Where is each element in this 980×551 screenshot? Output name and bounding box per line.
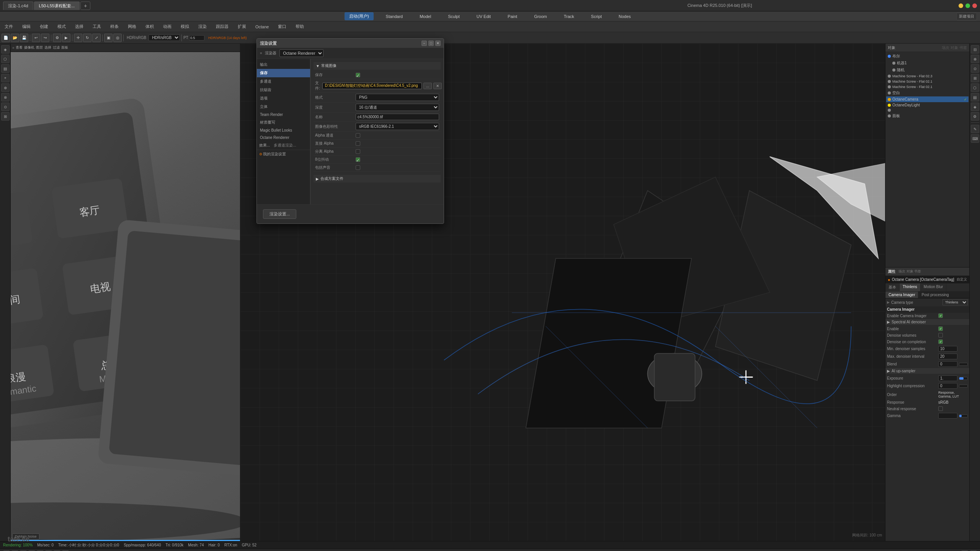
nav-sculpt[interactable]: Sculpt (443, 13, 464, 20)
menu-extend[interactable]: 扩展 (236, 23, 248, 30)
hamburger-icon[interactable]: ≡ (12, 46, 14, 50)
sound-checkbox[interactable] (356, 165, 360, 170)
menu-help[interactable]: 帮助 (294, 23, 305, 30)
sidebar-output[interactable]: 输出 (257, 60, 310, 69)
live-menu-view[interactable]: 查看 (16, 45, 23, 50)
menu-create[interactable]: 创建 (38, 23, 50, 30)
live-menu-camera[interactable]: 摄像机 (24, 45, 34, 50)
daylight-item[interactable]: OctaneDayLight (886, 102, 969, 108)
nav-paint[interactable]: Paint (503, 13, 522, 20)
nav-model[interactable]: Model (415, 13, 436, 20)
render-btn[interactable]: ⚙ (53, 34, 61, 42)
tab-camera-imager[interactable]: Camera Imager (885, 292, 918, 298)
menu-simulate[interactable]: 模拟 (179, 23, 191, 30)
enable-ci-checkbox[interactable]: ✓ (938, 313, 943, 318)
undo-btn[interactable]: ↩ (32, 34, 40, 42)
sidebar-stereo[interactable]: 立体 (257, 103, 310, 111)
panel-item[interactable]: 面板 (886, 112, 969, 119)
normal-image-title[interactable]: ▼ 常规图像 (314, 62, 441, 70)
interactive-render-btn[interactable]: ▶ (62, 34, 70, 42)
renderer-select[interactable]: Octane Renderer (279, 49, 323, 57)
obj-item[interactable]: Machine Screw - Flat 02.1 (886, 84, 969, 90)
sidebar-save[interactable]: 保存 (257, 69, 310, 77)
close-btn[interactable] (972, 3, 977, 8)
left-icon-8[interactable]: ⊞ (1, 112, 10, 121)
right-icon-10[interactable]: ⌨ (971, 134, 979, 143)
maximize-btn[interactable] (965, 3, 970, 8)
blend-input[interactable] (938, 361, 957, 367)
separate-alpha-checkbox[interactable] (356, 149, 360, 154)
right-icon-4[interactable]: ⊞ (971, 74, 979, 82)
octane-camera-item[interactable]: OctaneCamera ✓ (886, 96, 969, 102)
modal-close[interactable]: ✕ (435, 41, 441, 46)
obj-item[interactable]: 布尔 (886, 53, 969, 60)
minimize-btn[interactable] (959, 3, 963, 8)
exposure-slider[interactable] (959, 377, 968, 380)
live-menu-layer[interactable]: 图层 (36, 45, 43, 50)
menu-mode[interactable]: 模式 (56, 23, 67, 30)
menu-select[interactable]: 选择 (74, 23, 85, 30)
gamma-input[interactable] (938, 413, 957, 419)
scale-btn[interactable]: ⤢ (92, 34, 101, 42)
nav-track[interactable]: Track (559, 13, 579, 20)
menu-tracker[interactable]: 跟踪器 (214, 23, 230, 30)
redo-btn[interactable]: ↪ (41, 34, 49, 42)
file-path-input[interactable] (322, 83, 422, 89)
left-icon-7[interactable]: ⊙ (1, 103, 10, 111)
camera-type-select[interactable]: Thinlens (942, 299, 968, 305)
render-settings-btn[interactable]: 渲染设置... (263, 209, 296, 219)
menu-file[interactable]: 文件 (3, 23, 15, 30)
add-tab-btn[interactable]: + (80, 2, 90, 10)
rotate-btn[interactable]: ↻ (83, 34, 91, 42)
right-icon-9[interactable]: ✎ (971, 125, 979, 133)
menu-render[interactable]: 渲染 (197, 23, 208, 30)
modal-maximize[interactable]: □ (428, 41, 434, 46)
file-browse-btn[interactable]: ... (423, 83, 432, 89)
live-menu-panel[interactable]: 面板 (61, 45, 68, 50)
color-profile-select[interactable]: sRGB IEC61966-2.1 (356, 123, 439, 130)
obj-item[interactable]: Machine Screw - Flat 02.1 (886, 79, 969, 84)
modal-minimize[interactable]: − (421, 41, 427, 46)
sidebar-effects[interactable]: 效果... (259, 143, 270, 148)
composite-title[interactable]: ▶ 合成方案文件 (314, 175, 441, 183)
nav-standard[interactable]: Standard (381, 13, 408, 20)
enable-checkbox[interactable]: ✓ (938, 326, 943, 331)
nav-nodes[interactable]: Nodes (614, 13, 635, 20)
blend-slider[interactable] (959, 363, 968, 366)
nav-groom[interactable]: Groom (529, 13, 552, 20)
live-menu-select[interactable]: 选择 (44, 45, 51, 50)
left-icon-1[interactable]: ◈ (1, 45, 10, 54)
tab-main[interactable]: L50-L55课程配套... (34, 2, 80, 10)
menu-edit[interactable]: 编辑 (21, 23, 32, 30)
save-checkbox[interactable]: ✓ (356, 73, 360, 77)
live-select-btn[interactable]: ◎ (113, 34, 122, 42)
obj-item[interactable] (886, 108, 969, 112)
obj-item[interactable]: 空白 (886, 90, 969, 96)
nav-startup[interactable]: 启动(用户) (345, 12, 373, 20)
sidebar-octane-renderer[interactable]: Octane Renderer (257, 134, 310, 141)
right-icon-3[interactable]: ⊙ (971, 64, 979, 73)
format-select[interactable]: PNG (356, 94, 439, 101)
menu-tools[interactable]: 工具 (91, 23, 103, 30)
right-icon-7[interactable]: ◈ (971, 103, 979, 111)
move-btn[interactable]: ✛ (74, 34, 82, 42)
menu-spline[interactable]: 样条 (109, 23, 120, 30)
max-interval-input[interactable] (938, 354, 957, 359)
live-menu-filter[interactable]: 过滤 (53, 45, 60, 50)
save-btn[interactable]: 💾 (20, 34, 28, 42)
menu-octane[interactable]: Octane (254, 24, 270, 30)
gamma-slider[interactable] (959, 414, 968, 417)
sidebar-options[interactable]: 选项 (257, 94, 310, 103)
select-btn[interactable]: ▣ (104, 34, 113, 42)
denoise-volumes-checkbox[interactable] (938, 333, 943, 337)
right-icon-2[interactable]: ⊕ (971, 55, 979, 63)
highlight-compression-input[interactable] (938, 383, 957, 389)
right-icon-5[interactable]: ⬡ (971, 83, 979, 92)
min-samples-input[interactable] (938, 346, 957, 352)
left-icon-4[interactable]: ⌖ (1, 74, 10, 82)
depth-select[interactable]: 16 位/通道 (356, 104, 439, 111)
left-icon-6[interactable]: ⊗ (1, 93, 10, 101)
tab-motion-blur[interactable]: Motion Blur (921, 284, 947, 291)
sidebar-magic-bullet[interactable]: Magic Bullet Looks (257, 127, 310, 134)
open-btn[interactable]: 📂 (11, 34, 19, 42)
